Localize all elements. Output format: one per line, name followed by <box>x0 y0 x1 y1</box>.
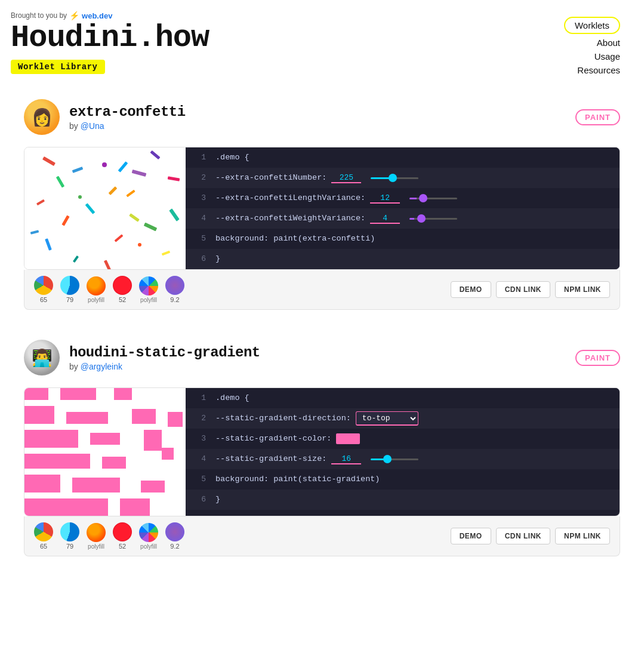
confetti-piece <box>73 256 79 263</box>
pixel-5 <box>66 412 108 424</box>
g-line-num-3: 3 <box>194 429 206 449</box>
card-header-gradient: 👨‍💻 houdini-static-gradient by @argylein… <box>24 340 620 375</box>
card-extra-confetti: 👩 extra-confetti by @Una PAINT <box>24 99 620 310</box>
firefox-icon <box>87 276 106 296</box>
input-gradient-size[interactable] <box>331 454 361 464</box>
confetti-piece <box>138 243 141 247</box>
nav-resources[interactable]: Resources <box>577 65 620 75</box>
line-num-1: 1 <box>194 147 206 168</box>
npm-link-button-confetti[interactable]: NPM LINK <box>555 281 610 298</box>
action-buttons-confetti: DEMO CDN LINK NPM LINK <box>451 281 610 298</box>
g-line-num-4: 4 <box>194 449 206 469</box>
select-gradient-direction[interactable]: to-top to-bottom to-left to-right <box>356 411 418 426</box>
pixel-10 <box>24 454 90 469</box>
line-num-5: 5 <box>194 229 206 249</box>
confetti-piece <box>169 208 180 221</box>
confetti-piece <box>72 167 84 173</box>
g-code-line-6: 6 } <box>186 490 620 510</box>
g-code-content-4: --static-gradient-size: <box>215 449 418 469</box>
code-line-4: 4 --extra-confettiWeightVariance: <box>186 208 620 229</box>
prop-confetti-number: --extra-confettiNumber: <box>215 168 326 188</box>
slider-wrap-2 <box>409 198 457 199</box>
confetti-piece <box>104 260 111 269</box>
edge-icon-2 <box>60 522 79 541</box>
confetti-piece <box>144 223 157 232</box>
nav-about[interactable]: About <box>597 38 620 48</box>
line-num-4: 4 <box>194 208 206 229</box>
demo-button-gradient[interactable]: DEMO <box>451 528 491 544</box>
input-confetti-number[interactable] <box>331 173 361 183</box>
safari-icon-2 <box>139 523 158 542</box>
chrome-icon <box>34 276 53 295</box>
g-slider-wrap <box>371 458 418 460</box>
chrome-version: 65 <box>40 296 47 303</box>
color-swatch-gradient[interactable] <box>336 433 360 444</box>
slider-confetti-length[interactable] <box>409 198 457 199</box>
code-content-6: } <box>215 249 220 269</box>
code-content-1: .demo { <box>215 147 249 168</box>
card-title-section: extra-confetti by @Una <box>69 104 186 131</box>
opera-version-2: 52 <box>119 543 126 550</box>
safari-label: polyfill <box>140 297 157 303</box>
browser-edge: 79 <box>60 276 79 303</box>
code-content-3: --extra-confettiLengthVariance: <box>215 188 457 208</box>
edge-icon <box>60 276 79 295</box>
g-line-num-6: 6 <box>194 490 206 510</box>
slider-confetti-weight[interactable] <box>409 218 457 220</box>
chrome-version-2: 65 <box>40 543 47 550</box>
demo-button-confetti[interactable]: DEMO <box>451 281 491 298</box>
g-code-content-1: .demo { <box>215 388 249 408</box>
slider-gradient-size[interactable] <box>371 458 418 460</box>
slider-confetti-number[interactable] <box>371 177 418 179</box>
cards-container: 👩 extra-confetti by @Una PAINT <box>0 87 644 598</box>
pixel-15 <box>24 498 108 516</box>
confetti-piece <box>30 230 39 234</box>
demo-area-confetti: 1 .demo { 2 --extra-confettiNumber: 3 <box>24 147 620 270</box>
npm-link-button-gradient[interactable]: NPM LINK <box>555 528 610 544</box>
confetti-piece <box>36 199 45 205</box>
input-confetti-length[interactable] <box>370 193 400 204</box>
demo-code-gradient: 1 .demo { 2 --static-gradient-direction:… <box>186 388 620 516</box>
code-line-2: 2 --extra-confettiNumber: <box>186 168 620 188</box>
browser-edge-2: 79 <box>60 522 79 550</box>
browser-opera-2: 52 <box>113 522 132 550</box>
author-link-confetti[interactable]: @Una <box>81 121 104 131</box>
browser-opera: 52 <box>113 276 132 303</box>
arc-version: 9.2 <box>170 296 179 303</box>
header: Brought to you by ⚡ web.dev Houdini.how … <box>0 0 644 87</box>
cdn-link-button-confetti[interactable]: CDN LINK <box>496 281 550 298</box>
confetti-piece <box>109 186 118 195</box>
card-header-left: 👩 extra-confetti by @Una <box>24 99 186 135</box>
g-code-content-3: --static-gradient-color: <box>215 429 360 449</box>
cdn-link-button-gradient[interactable]: CDN LINK <box>496 528 550 544</box>
confetti-piece <box>85 203 95 214</box>
firefox-label-2: polyfill <box>88 543 104 550</box>
prop-gradient-direction: --static-gradient-direction: <box>215 408 351 429</box>
safari-icon <box>139 276 158 296</box>
firefox-label: polyfill <box>88 297 104 303</box>
card-static-gradient: 👨‍💻 houdini-static-gradient by @argylein… <box>24 340 620 556</box>
author-link-gradient[interactable]: @argyleink <box>81 362 122 371</box>
nav-usage[interactable]: Usage <box>594 51 620 61</box>
edge-version-2: 79 <box>66 543 73 550</box>
site-title: Houdini.how <box>11 23 209 54</box>
input-confetti-weight[interactable] <box>370 214 400 224</box>
g-code-content-2: --static-gradient-direction: to-top to-b… <box>215 408 418 429</box>
code-content-2: --extra-confettiNumber: <box>215 168 418 188</box>
header-nav: Worklets About Usage Resources <box>564 11 620 75</box>
author-prefix: by <box>69 121 78 131</box>
webdev-icon: ⚡ <box>69 11 79 20</box>
confetti-piece <box>78 195 82 199</box>
nav-worklets[interactable]: Worklets <box>564 17 620 34</box>
edge-version: 79 <box>66 296 73 303</box>
card-title-gradient: houdini-static-gradient <box>69 344 260 361</box>
avatar-confetti: 👩 <box>24 99 60 135</box>
g-code-line-2: 2 --static-gradient-direction: to-top to… <box>186 408 620 429</box>
line-num-2: 2 <box>194 168 206 188</box>
brought-by: Brought to you by ⚡ web.dev <box>11 11 209 20</box>
g-code-line-3: 3 --static-gradient-color: <box>186 429 620 449</box>
arc-icon-2 <box>165 522 184 541</box>
card-author-gradient: by @argyleink <box>69 362 260 371</box>
g-line-num-1: 1 <box>194 388 206 408</box>
safari-label-2: polyfill <box>140 543 157 550</box>
